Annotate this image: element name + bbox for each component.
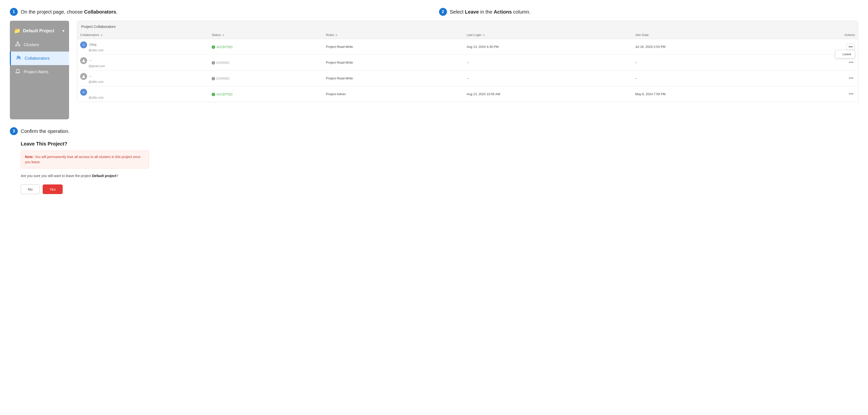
status-text: ACCEPTED	[216, 45, 232, 49]
actions-cell: ••• Leave	[787, 39, 858, 55]
join-date-cell: May 8, 2024 7:59 PM	[632, 86, 787, 102]
last-login-cell: --	[464, 70, 632, 86]
main-content: 📁 Default Project ▼ Clusters	[10, 21, 858, 119]
row-actions-button[interactable]: •••	[847, 91, 855, 97]
table-row: -- @gmail.com ! EXPIRED Project Read-Wri…	[77, 55, 858, 70]
col-join-date: Join Date	[632, 31, 787, 39]
actions-cell: •••	[787, 86, 858, 102]
step3-badge: 3	[10, 127, 18, 135]
row-actions-button[interactable]: •••	[847, 59, 855, 65]
svg-line-4	[18, 43, 19, 45]
step2-text: Select Leave in the Actions column.	[450, 9, 531, 15]
step1-badge: 1	[10, 8, 18, 16]
join-date-cell: Jul 16, 2024 2:53 PM	[632, 39, 787, 55]
status-cell: ✓ ACCEPTED	[209, 86, 323, 102]
status-cell: ! EXPIRED	[209, 70, 323, 86]
project-name-highlight: Default project	[92, 174, 116, 178]
clusters-label: Clusters	[24, 42, 39, 47]
step2-instruction: 2 Select Leave in the Actions column.	[429, 8, 858, 16]
svg-point-2	[19, 44, 20, 46]
instructions-row: 1 On the project page, choose Collaborat…	[10, 8, 858, 16]
leave-menu-item[interactable]: Leave	[835, 50, 855, 58]
join-date-cell: --	[632, 55, 787, 70]
status-cell: ! EXPIRED	[209, 55, 323, 70]
collaborators-icon	[16, 55, 22, 62]
confirm-buttons: No Yes	[21, 185, 149, 194]
status-badge: ! EXPIRED	[212, 61, 229, 65]
confirm-title: Leave This Project?	[21, 141, 149, 147]
join-date-cell: --	[632, 70, 787, 86]
question-before: Are you sure you still want to leave the…	[21, 174, 92, 178]
table-row: U (You) @zilliz.com ✓ ACCEPTED Project R…	[77, 39, 858, 55]
table-area: Project Collaborators Collaborators ⇅ St…	[77, 21, 858, 119]
sidebar-item-clusters[interactable]: Clusters	[10, 38, 69, 52]
sidebar-item-project-alerts[interactable]: Project Alerts	[10, 65, 69, 79]
warning-text: You will permanently lose all access to …	[25, 155, 141, 164]
user-name: --	[90, 74, 92, 78]
status-dot: ✓	[212, 45, 215, 49]
table-row: A @zilliz.com ✓ ACCEPTED Project Admin A…	[77, 86, 858, 102]
svg-point-6	[19, 57, 20, 58]
sort-icon: ⇅	[101, 34, 103, 36]
step3-text: Confirm the operation.	[21, 128, 69, 134]
user-cell: -- @zilliz.com	[77, 70, 209, 86]
role-cell: Project Read-Write	[323, 39, 464, 55]
collaborators-table: Collaborators ⇅ Status ⇅ Roles ⇅ Last Lo…	[77, 31, 858, 102]
col-last-login: Last Login ⇅	[464, 31, 632, 39]
sort-icon: ⇅	[483, 34, 485, 36]
project-alerts-label: Project Alerts	[24, 69, 48, 74]
avatar	[80, 57, 87, 64]
sidebar: 📁 Default Project ▼ Clusters	[10, 21, 69, 119]
collaborators-label: Collaborators	[25, 56, 50, 61]
user-email: @gmail.com	[89, 64, 105, 68]
last-login-cell: --	[464, 55, 632, 70]
project-selector[interactable]: 📁 Default Project ▼	[10, 25, 69, 38]
role-cell: Project Read-Write	[323, 70, 464, 86]
step3-area: 3 Confirm the operation. Leave This Proj…	[10, 127, 858, 194]
folder-icon: 📁	[14, 28, 21, 34]
user-email: @zilliz.com	[89, 96, 103, 99]
user-email: @zilliz.com	[89, 49, 103, 52]
project-name: Default Project	[23, 28, 54, 34]
status-badge: ✓ ACCEPTED	[212, 93, 232, 96]
col-collaborators: Collaborators ⇅	[77, 31, 209, 39]
status-badge: ! EXPIRED	[212, 77, 229, 81]
step1-text: On the project page, choose Collaborator…	[21, 9, 117, 15]
role-cell: Project Read-Write	[323, 55, 464, 70]
row-actions-button[interactable]: •••	[847, 75, 855, 81]
col-status: Status ⇅	[209, 31, 323, 39]
confirm-question: Are you sure you still want to leave the…	[21, 173, 149, 179]
last-login-cell: Aug 13, 2024 4:30 PM	[464, 39, 632, 55]
svg-point-1	[16, 44, 17, 46]
step1-instruction: 1 On the project page, choose Collaborat…	[10, 8, 429, 16]
last-login-cell: Aug 13, 2024 10:55 AM	[464, 86, 632, 102]
sort-icon: ⇅	[222, 34, 224, 36]
actions-cell: •••	[787, 70, 858, 86]
avatar: A	[80, 89, 87, 96]
step2-badge: 2	[439, 8, 447, 16]
status-badge: ✓ ACCEPTED	[212, 45, 232, 49]
status-text: ACCEPTED	[216, 93, 232, 96]
status-cell: ✓ ACCEPTED	[209, 39, 323, 55]
confirm-dialog: Leave This Project? Note: You will perma…	[21, 141, 149, 194]
warning-label: Note:	[25, 155, 34, 159]
yes-button[interactable]: Yes	[43, 185, 62, 194]
actions-menu-button[interactable]: •••	[846, 44, 855, 50]
user-cell: A @zilliz.com	[77, 86, 209, 102]
question-after: ?	[117, 174, 118, 178]
user-name: --	[90, 59, 92, 62]
role-cell: Project Admin	[323, 86, 464, 102]
status-text: EXPIRED	[216, 61, 229, 65]
alert-icon	[15, 69, 21, 75]
status-dot: !	[212, 77, 215, 81]
status-dot: !	[212, 61, 215, 65]
user-cell: U (You) @zilliz.com	[77, 39, 209, 55]
user-email: @zilliz.com	[89, 80, 103, 84]
svg-point-5	[17, 56, 19, 58]
sort-icon: ⇅	[336, 34, 337, 36]
col-roles: Roles ⇅	[323, 31, 464, 39]
no-button[interactable]: No	[21, 185, 40, 194]
user-cell: -- @gmail.com	[77, 55, 209, 70]
avatar	[80, 73, 87, 80]
sidebar-item-collaborators[interactable]: Collaborators	[10, 52, 69, 65]
